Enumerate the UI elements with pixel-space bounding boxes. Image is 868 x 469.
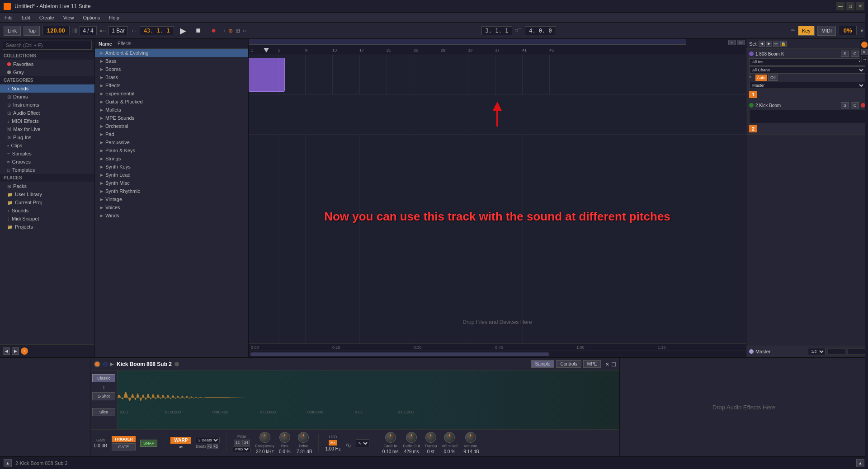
vert-btn-1[interactable] [861,42,868,48]
place-current-proj[interactable]: 📁 Current Proj [0,198,94,206]
browser-nav-prev[interactable]: ◀ [3,347,10,355]
drive-knob[interactable] [298,432,309,443]
filter-24-btn[interactable]: 24 [242,440,250,446]
record-button[interactable]: ● [208,24,220,37]
track1-s-button[interactable]: S [841,51,849,57]
menu-options[interactable]: Options [81,14,102,21]
fadein-knob[interactable] [385,432,396,443]
menu-help[interactable]: Help [107,14,121,21]
file-item-orchestral[interactable]: ▶ Orchestral [95,122,248,130]
file-item-mpe-sounds[interactable]: ▶ MPE Sounds [95,114,248,122]
loop-start-display[interactable]: 3. 1. 1 [481,26,513,35]
cat-templates[interactable]: □ Templates [0,166,94,174]
file-item-bass[interactable]: ▶ Bass [95,57,248,65]
drop-zone[interactable]: Now you can use this track with the soun… [249,135,746,343]
instrument-power-btn[interactable] [94,361,100,367]
file-item-ambient[interactable]: ▶ Ambient & Evolving [95,49,248,57]
h-scroll-thumb[interactable] [250,352,549,356]
cat-clips[interactable]: ▪ Clips [0,141,94,150]
cat-midi-effects[interactable]: ♩ MIDI Effects [0,117,94,125]
fadeout-knob[interactable] [406,432,417,443]
cat-drums[interactable]: ⊞ Drums [0,93,94,101]
menu-create[interactable]: Create [38,14,56,21]
menu-file[interactable]: File [3,14,14,21]
minimize-button[interactable]: — [836,2,844,10]
play-button[interactable]: ▶ [177,24,189,37]
file-item-voices[interactable]: ▶ Voices [95,203,248,211]
file-item-piano[interactable]: ▶ Piano & Keys [95,146,248,155]
transp-knob[interactable] [425,432,436,443]
h-scrollbar[interactable] [249,351,746,357]
track1-channel-select[interactable]: All Chann [749,66,865,74]
file-item-mallets[interactable]: ▶ Mallets [95,106,248,114]
track1-output-select[interactable]: Master [749,82,865,89]
track2-s-button[interactable]: S [841,102,849,108]
key-button[interactable]: Key [798,26,815,36]
status-left-btn[interactable]: ▲ [4,459,12,467]
div2-btn[interactable]: ÷2 [207,444,212,449]
favorites-item[interactable]: Favorites [0,60,94,68]
trigger-button[interactable]: TRIGGER [112,436,136,442]
file-item-effects[interactable]: ▶ Effects [95,81,248,89]
frequency-knob[interactable] [259,432,270,443]
place-sounds[interactable]: ♪ Sounds [0,206,94,215]
bar-setting[interactable]: 1 Bar [108,26,128,35]
browser-scroll[interactable]: Collections Favorites Gray Categories ♪ … [0,52,94,344]
file-item-guitar[interactable]: ▶ Guitar & Plucked [95,98,248,106]
file-item-synth-lead[interactable]: ▶ Synth Lead [95,171,248,179]
tap-button[interactable]: Tap [24,26,40,36]
right-effects-panel[interactable]: Drop Audio Effects Here [619,358,868,456]
warp-button[interactable]: WARP [170,437,191,444]
place-packs[interactable]: ⊞ Packs [0,182,94,190]
file-item-synth-rhythmic[interactable]: ▶ Synth Rhythmic [95,187,248,195]
file-item-synth-misc[interactable]: ▶ Synth Misc [95,179,248,187]
file-item-vintage[interactable]: ▶ Vintage [95,195,248,203]
track1-c-button[interactable]: C [851,51,859,57]
file-item-pad[interactable]: ▶ Pad [95,130,248,138]
scroll-thumb[interactable] [249,39,686,45]
instrument-close-btn[interactable]: × [605,361,609,368]
file-item-brass[interactable]: ▶ Brass [95,73,248,81]
tab-mpe[interactable]: MPE [583,360,601,368]
close-button[interactable]: ✕ [856,2,864,10]
file-item-strings[interactable]: ▶ Strings [95,155,248,163]
file-item-booms[interactable]: ▶ Booms [95,65,248,73]
place-projects[interactable]: 📁 Projects [0,223,94,231]
file-item-percussive[interactable]: ▶ Percussive [95,138,248,146]
mode-classic[interactable]: Classic [92,374,115,382]
position-display[interactable]: 43. 1. 1 [140,26,174,35]
res-knob[interactable] [279,432,290,443]
cat-grooves[interactable]: ≈ Grooves [0,158,94,166]
vert-btn-2[interactable]: R [861,49,868,55]
cat-audio-effect[interactable]: ⊡ Audio Effect [0,109,94,117]
gate-button[interactable]: GATE [112,443,136,450]
search-input[interactable] [3,41,92,50]
menu-edit[interactable]: Edit [20,14,32,21]
tempo-display[interactable]: 120.00 [42,26,70,35]
arrangement-scrollbar-top[interactable]: H W [249,39,746,45]
place-midi-snippet[interactable]: ♩ Midi Snippet [0,215,94,223]
track1-off-button[interactable]: Off [768,75,778,81]
filter-type-select[interactable]: PRD [233,446,250,452]
lfo-wave-select[interactable]: ∿ [356,439,369,447]
mode-slice[interactable]: Slice [92,408,115,416]
instrument-expand-btn[interactable]: □ [612,361,616,368]
snap-button[interactable]: SNAP [140,440,158,447]
file-item-winds[interactable]: ▶ Winds [95,211,248,220]
track2-c-button[interactable]: C [851,102,859,108]
cat-sounds[interactable]: ♪ Sounds [0,84,94,93]
menu-view[interactable]: View [61,14,76,21]
track1-auto-button[interactable]: Auto [755,75,768,81]
cat-samples[interactable]: ~ Samples [0,150,94,158]
set-next[interactable]: ▶ [766,41,772,47]
set-lock[interactable]: 🔒 [780,41,787,47]
set-edit[interactable]: ✏ [773,41,779,47]
cat-plugins[interactable]: ⊗ Plug-Ins [0,133,94,141]
file-item-synth-keys[interactable]: ▶ Synth Keys [95,163,248,171]
vert-btn-3[interactable]: ⋯ [861,56,868,62]
gray-item[interactable]: Gray [0,68,94,76]
stop-button[interactable]: ■ [192,24,205,37]
lfo-hz-btn[interactable]: Hz [329,440,337,446]
maximize-button[interactable]: □ [846,2,854,10]
link-button[interactable]: Link [4,26,21,36]
